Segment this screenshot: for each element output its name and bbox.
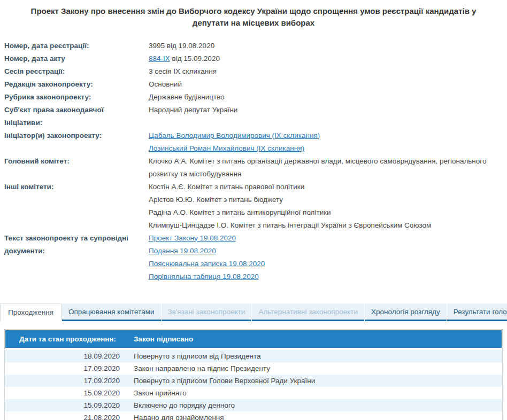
table-row: 18.09.2020 Повернуто з підписом від През… [5, 350, 502, 362]
act-number-link[interactable]: 884-ІХ [149, 55, 170, 63]
other-committees-list: Костін А.Є. Комітет з питань правової по… [149, 181, 431, 232]
header-dates-status: Дати та стан проходження: [5, 335, 129, 343]
table-row: 17.09.2020 Закон направлено на підпис Пр… [5, 362, 502, 375]
field-row-act: Номер, дата акту 884-ІХ від 15.09.2020 [4, 52, 503, 65]
field-row-main-committee: Головний комітет: Клочко А.А. Комітет з … [4, 155, 503, 181]
row-date: 21.08.2020 [5, 411, 129, 420]
field-label: Ініціатор(и) законопроекту: [4, 129, 149, 142]
field-label: Інші комітети: [4, 181, 149, 193]
field-label: Рубрика законопроекту: [4, 91, 149, 104]
committee-line: Радіна А.О. Комітет з питань антикорупці… [149, 206, 431, 219]
rubric-value: Державне будівництво [149, 91, 225, 104]
row-date: 15.09.2020 [5, 399, 129, 411]
bill-meta: Номер, дата реєстрації: 3995 від 19.08.2… [0, 40, 507, 283]
tab-related-bills: Зв'язані законопроекти [162, 304, 252, 321]
field-row-session: Сесія реєстрації: 3 сесія ІХ скликання [4, 65, 503, 78]
row-status: Повернуто з підписом Голови Верховної Ра… [129, 375, 502, 387]
field-label: Текст законопроекту та супровідні докуме… [4, 232, 149, 258]
row-date: 17.09.2020 [5, 375, 129, 387]
act-date-text: від 15.09.2020 [170, 55, 220, 63]
row-status: Повернуто з підписом від Президента [129, 350, 502, 362]
progress-table: Дати та стан проходження: Закон підписан… [4, 329, 503, 420]
table-row: 17.09.2020 Повернуто з підписом Голови В… [5, 375, 502, 387]
doc-link-explanatory-note[interactable]: Пояснювальна записка 19.08.2020 [149, 258, 265, 270]
field-row-initiative-subject: Суб'єкт права законодавчої ініціативи: Н… [4, 104, 503, 129]
row-status: Закон прийнято [129, 387, 502, 399]
tab-committee-processing[interactable]: Опрацювання комітетами [62, 304, 160, 321]
field-row-rubric: Рубрика законопроекту: Державне будівниц… [4, 91, 503, 104]
committee-line: Климпуш-Цинцадзе І.О. Комітет з питань і… [149, 219, 431, 232]
field-row-registration: Номер, дата реєстрації: 3995 від 19.08.2… [4, 40, 503, 52]
page-title: Проект Закону про внесення змін до Вибор… [14, 5, 493, 29]
field-label: Номер, дата акту [4, 52, 149, 65]
tab-alternative-bills: Альтернативні законопроекти [252, 304, 364, 321]
row-status: Включено до порядку денного [129, 399, 502, 411]
header-current-status: Закон підписано [129, 335, 502, 343]
row-status: Закон направлено на підпис Президенту [129, 362, 502, 375]
redaction-value: Основний [149, 78, 182, 91]
field-row-documents: Текст законопроекту та супровідні докуме… [4, 232, 503, 283]
main-committee-value: Клочко А.А. Комітет з питань організації… [149, 155, 503, 181]
progress-table-header: Дати та стан проходження: Закон підписан… [5, 330, 502, 348]
committee-line: Арістов Ю.Ю. Комітет з питань бюджету [149, 193, 431, 206]
doc-link-submission[interactable]: Подання 19.08.2020 [149, 245, 265, 258]
field-row-other-committees: Інші комітети: Костін А.Є. Комітет з пит… [4, 181, 503, 232]
session-value: 3 сесія ІХ скликання [149, 65, 217, 78]
initiator-link[interactable]: Цабаль Володимир Володимирович (ІХ склик… [149, 129, 320, 142]
tab-voting-results[interactable]: Результати голосування [447, 304, 507, 321]
field-label: Суб'єкт права законодавчої ініціативи: [4, 104, 149, 129]
table-row: 21.08.2020 Надано для ознайомлення [5, 411, 502, 420]
field-label: Редакція законопроекту: [4, 78, 149, 91]
doc-link-draft-law[interactable]: Проект Закону 19.08.2020 [149, 232, 265, 245]
field-label: Сесія реєстрації: [4, 65, 149, 78]
progress-table-body: 18.09.2020 Повернуто з підписом від През… [5, 350, 502, 420]
act-number-value: 884-ІХ від 15.09.2020 [149, 52, 220, 65]
field-row-initiators: Ініціатор(и) законопроекту: Цабаль Волод… [4, 129, 503, 155]
initiative-subject-value: Народний депутат України [149, 104, 237, 116]
tab-bar: Проходження Опрацювання комітетами Зв'яз… [0, 304, 507, 321]
table-row: 15.09.2020 Включено до порядку денного [5, 399, 502, 411]
row-date: 18.09.2020 [5, 350, 129, 362]
field-row-redaction: Редакція законопроекту: Основний [4, 78, 503, 91]
initiator-link[interactable]: Лозинський Роман Михайлович (ІХ скликанн… [149, 142, 320, 155]
field-label: Головний комітет: [4, 155, 149, 168]
doc-link-comparative-table[interactable]: Порівняльна таблиця 19.08.2020 [149, 270, 265, 283]
registration-number-value: 3995 від 19.08.2020 [149, 40, 214, 52]
row-date: 15.09.2020 [5, 387, 129, 399]
committee-line: Костін А.Є. Комітет з питань правової по… [149, 181, 431, 193]
row-date: 17.09.2020 [5, 362, 129, 375]
initiators-list: Цабаль Володимир Володимирович (ІХ склик… [149, 129, 320, 155]
documents-list: Проект Закону 19.08.2020 Подання 19.08.2… [149, 232, 265, 283]
row-status: Надано для ознайомлення [129, 411, 502, 420]
tab-review-chronology[interactable]: Хронологія розгляду [365, 304, 447, 321]
table-row: 15.09.2020 Закон прийнято [5, 387, 502, 399]
field-label: Номер, дата реєстрації: [4, 40, 149, 52]
bill-page: Проект Закону про внесення змін до Вибор… [0, 5, 507, 420]
tab-progress[interactable]: Проходження [0, 304, 62, 321]
